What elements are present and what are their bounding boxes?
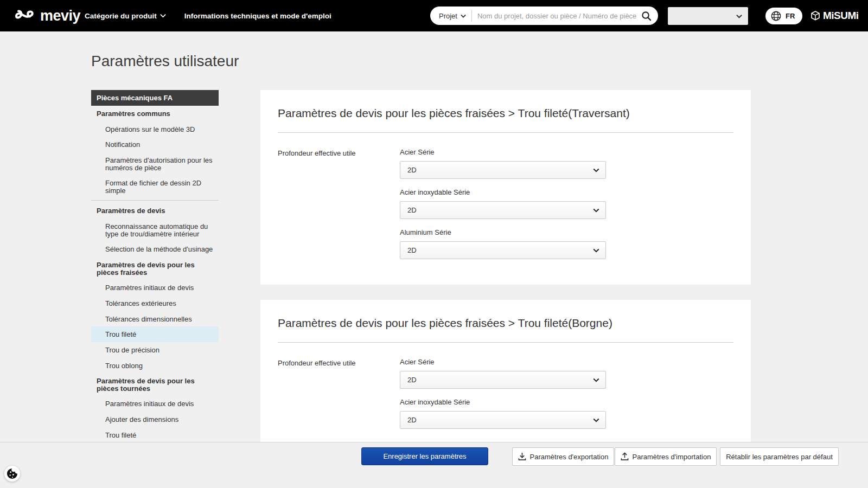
form-row: Profondeur effective utile Acier Série2D… <box>278 148 733 268</box>
sidebar-item[interactable]: Opérations sur le modèle 3D <box>91 121 219 137</box>
search-button[interactable] <box>641 11 652 21</box>
chevron-down-icon <box>593 248 599 253</box>
series-select[interactable]: 2D <box>400 371 606 389</box>
field-label: Acier Série <box>400 358 606 366</box>
card-title: Paramètres de devis pour les pièces frai… <box>278 317 733 330</box>
series-select[interactable]: 2D <box>400 161 606 179</box>
card-divider <box>278 342 733 343</box>
sidebar-section-label[interactable]: Paramètres de devis pour les pièces tour… <box>91 373 219 396</box>
sidebar-section-label[interactable]: Paramètres de devis <box>91 203 219 219</box>
field-label: Aluminium Série <box>400 228 606 236</box>
fields: Acier Série2DAcier inoxydable Série2DAlu… <box>400 148 606 268</box>
selected-value: 2D <box>407 416 417 424</box>
sidebar-item[interactable]: Notification <box>91 137 219 152</box>
field-label: Acier inoxydable Série <box>400 188 606 196</box>
sidebar-item[interactable]: Paramètres initiaux de devis <box>91 280 219 296</box>
header-dropdown[interactable] <box>668 7 748 25</box>
download-icon <box>518 452 526 461</box>
chevron-down-icon <box>593 418 599 422</box>
sidebar-item[interactable]: Trou oblong <box>91 358 219 374</box>
card-divider <box>278 132 733 133</box>
series-select[interactable]: 2D <box>400 411 606 429</box>
page-title: Paramètres utilisateur <box>91 53 868 70</box>
content-layout: Pièces mécaniques FA Paramètres communsO… <box>91 90 868 479</box>
series-select[interactable]: 2D <box>400 201 606 219</box>
form-row: Profondeur effective utile Acier Série2D… <box>278 358 733 438</box>
sidebar-item[interactable]: Trou de précision <box>91 342 219 358</box>
save-settings-button[interactable]: Enregistrer les paramètres <box>361 447 488 465</box>
field-label: Acier inoxydable Série <box>400 398 606 406</box>
sidebar-items: Paramètres communsOpérations sur le modè… <box>91 106 219 442</box>
language-selector[interactable]: FR <box>765 8 802 24</box>
chevron-down-icon <box>593 208 599 213</box>
import-settings-button[interactable]: Paramètres d'importation <box>615 447 717 466</box>
top-navigation-bar: meviy Catégorie du produit Informations … <box>0 0 868 31</box>
chevron-down-icon <box>593 378 599 382</box>
sidebar-item[interactable]: Tolérances extérieures <box>91 296 219 311</box>
top-nav: Catégorie du produit Informations techni… <box>85 0 331 31</box>
cube-icon <box>810 10 820 21</box>
search-input[interactable] <box>472 12 641 20</box>
cookie-consent-button[interactable] <box>4 466 20 481</box>
sidebar-section-label[interactable]: Paramètres de devis pour les pièces frai… <box>91 257 219 280</box>
sidebar-item[interactable]: Tolérances dimensionnelles <box>91 311 219 327</box>
sidebar-section-label[interactable]: Paramètres communs <box>91 106 219 121</box>
selected-value: 2D <box>407 246 417 254</box>
field-label: Acier Série <box>400 148 606 156</box>
reset-defaults-button[interactable]: Rétablir les paramètres par défaut <box>720 447 839 466</box>
meviy-logo-icon <box>14 9 37 23</box>
settings-sidebar: Pièces mécaniques FA Paramètres communsO… <box>91 90 219 442</box>
sidebar-divider <box>91 200 219 201</box>
sidebar-item[interactable]: Format de fichier de dessin 2D simple <box>91 175 219 198</box>
export-settings-button[interactable]: Paramètres d'exportation <box>512 447 614 466</box>
nav-product-category[interactable]: Catégorie du produit <box>85 12 166 20</box>
fields: Acier Série2DAcier inoxydable Série2D <box>400 358 606 438</box>
chevron-down-icon <box>593 168 599 172</box>
sidebar-item[interactable]: Paramètres d'autorisation pour les numér… <box>91 152 219 175</box>
sidebar-item[interactable]: Ajouter des dimensions <box>91 412 219 427</box>
action-footer-bar: Enregistrer les paramètres Paramètres d'… <box>0 442 868 488</box>
row-label: Profondeur effective utile <box>278 148 400 268</box>
sidebar-item[interactable]: Sélection de la méthode d'usinage <box>91 241 219 257</box>
sidebar-item[interactable]: Paramètres initiaux de devis <box>91 396 219 412</box>
series-select[interactable]: 2D <box>400 241 606 259</box>
settings-main-column: Paramètres de devis pour les pièces frai… <box>260 90 751 479</box>
selected-value: 2D <box>407 206 417 214</box>
misumi-brand-text: MiSUMi <box>823 10 859 22</box>
sidebar-item[interactable]: Trou fileté <box>91 326 219 342</box>
misumi-logo[interactable]: MiSUMi <box>810 10 859 22</box>
card-title: Paramètres de devis pour les pièces frai… <box>278 107 733 120</box>
globe-icon <box>770 10 782 22</box>
chevron-down-icon <box>160 14 166 18</box>
sidebar-root-pieces-mecaniques-fa[interactable]: Pièces mécaniques FA <box>91 90 219 106</box>
selected-value: 2D <box>407 166 417 174</box>
row-label: Profondeur effective utile <box>278 358 400 438</box>
selected-value: 2D <box>407 376 417 384</box>
chevron-down-icon <box>736 14 742 18</box>
brand-name: meviy <box>40 8 80 24</box>
sidebar-item[interactable]: Reconnaissance automatique du type de tr… <box>91 219 219 241</box>
chevron-down-icon <box>461 14 466 18</box>
nav-technical-info[interactable]: Informations techniques et mode d'emploi <box>184 12 331 20</box>
search-icon <box>641 11 652 21</box>
language-code: FR <box>786 12 795 20</box>
card-trou-filete-traversant: Paramètres de devis pour les pièces frai… <box>260 90 751 285</box>
search-scope-select[interactable]: Projet <box>439 12 471 20</box>
search-bar: Projet <box>430 7 658 25</box>
sidebar-item[interactable]: Trou fileté <box>91 427 219 443</box>
cookie-icon <box>6 467 18 480</box>
meviy-logo[interactable]: meviy <box>14 8 80 24</box>
upload-icon <box>621 452 629 461</box>
